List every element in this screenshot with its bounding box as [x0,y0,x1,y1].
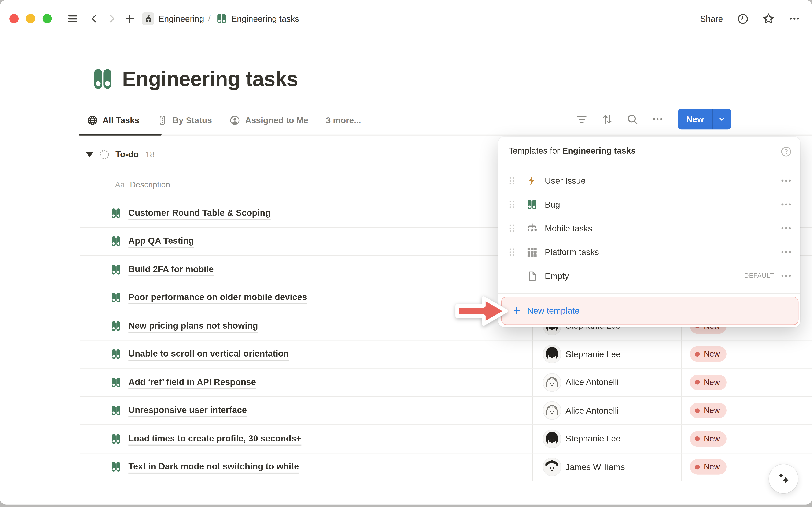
page-title[interactable]: Engineering tasks [122,67,298,91]
tab-assigned-to-me[interactable]: Assigned to Me [230,115,308,125]
sparkles-icon [776,471,791,487]
zoom-window-button[interactable] [43,14,52,23]
view-options-icon[interactable] [648,110,667,128]
avatar [543,402,561,419]
sort-icon[interactable] [598,110,616,128]
template-item-user-issue[interactable]: User Issue [498,169,800,192]
forward-icon[interactable] [106,12,118,25]
drag-handle-icon[interactable] [509,247,517,257]
person-cell[interactable]: James Williams [533,453,682,481]
template-options-icon[interactable] [781,203,791,206]
status-badge[interactable]: New [690,459,726,475]
binoculars-icon [110,461,122,473]
drag-handle-icon[interactable] [509,175,517,186]
breadcrumb-page[interactable]: Engineering tasks [231,14,299,24]
new-dropdown-button[interactable] [713,109,731,129]
task-title[interactable]: Text in Dark mode not switching to white [128,462,299,472]
table-row[interactable]: Add ‘ref’ field in API Response Alice An… [80,369,812,397]
task-title[interactable]: Load times to create profile, 30 seconds… [128,434,301,444]
person-cell[interactable]: Alice Antonelli [533,369,682,396]
search-icon[interactable] [623,110,642,128]
status-badge[interactable]: New [690,403,726,418]
share-button[interactable]: Share [700,14,723,24]
status-badge[interactable]: New [690,375,726,390]
binoculars-icon [110,320,122,332]
status-cell[interactable]: New [682,397,812,425]
tab-label: Assigned to Me [245,115,308,125]
templates-popup: Templates for Engineering tasks User Iss… [498,137,800,327]
help-icon[interactable] [780,146,792,158]
new-button[interactable]: New [678,109,712,129]
task-title[interactable]: App QA Testing [128,236,194,246]
template-label: Platform tasks [545,247,781,257]
tab-all-tasks[interactable]: All Tasks [87,115,139,125]
status-dot-icon [695,436,700,441]
tab-by-status[interactable]: By Status [157,115,212,125]
history-clock-icon[interactable] [736,12,749,25]
minimize-window-button[interactable] [26,14,35,23]
task-title[interactable]: Customer Round Table & Scoping [128,208,270,218]
new-page-icon[interactable] [123,12,136,25]
workspace-building-icon[interactable] [142,12,154,25]
group-name[interactable]: To-do [115,150,139,160]
task-title[interactable]: Add ‘ref’ field in API Response [128,377,256,388]
person-cell[interactable]: Alice Antonelli [533,397,682,425]
annotation-arrow-icon [455,294,508,328]
table-row[interactable]: Unable to scroll on vertical orientation… [80,340,812,369]
sidebar-toggle-icon[interactable] [66,12,79,25]
status-badge[interactable]: New [690,346,726,362]
group-header-todo: To-do 18 [86,149,155,160]
binoculars-icon [110,236,122,247]
ai-sparkle-button[interactable] [769,464,798,493]
favorite-star-icon[interactable] [762,12,775,25]
binoculars-icon [216,13,227,24]
task-title[interactable]: Unable to scroll on vertical orientation [128,349,289,359]
table-row[interactable]: Text in Dark mode not switching to white… [80,453,812,481]
person-cell[interactable]: Stephanie Lee [533,340,682,368]
table-row[interactable]: Unresponsive user interface Alice Antone… [80,397,812,425]
task-title[interactable]: Poor performance on older mobile devices [128,292,307,303]
person-cell[interactable]: Stephanie Lee [533,425,682,453]
status-badge[interactable]: New [690,431,726,446]
new-template-button[interactable]: + New template [501,296,799,325]
popup-divider [498,293,800,294]
filter-icon[interactable] [572,110,591,128]
template-options-icon[interactable] [781,275,791,277]
status-cell[interactable]: New [682,340,812,368]
status-label: New [704,406,720,415]
binoculars-icon [526,199,538,210]
task-title[interactable]: Unresponsive user interface [128,405,247,416]
collapse-triangle-icon[interactable] [86,152,93,157]
back-icon[interactable] [88,12,100,25]
template-item-platform-tasks[interactable]: Platform tasks [498,240,800,264]
binoculars-icon [110,405,122,416]
binoculars-icon[interactable] [91,67,114,91]
close-window-button[interactable] [9,14,18,23]
status-dot-icon [695,408,700,413]
template-options-icon[interactable] [781,251,791,253]
more-options-icon[interactable] [788,12,801,25]
template-options-icon[interactable] [781,180,791,182]
status-cell[interactable]: New [682,369,812,396]
status-cell[interactable]: New [682,425,812,453]
column-name: Description [130,180,170,189]
table-row[interactable]: Load times to create profile, 30 seconds… [80,425,812,453]
task-title[interactable]: New pricing plans not showing [128,321,258,331]
task-title[interactable]: Build 2FA for mobile [128,264,214,275]
avatar [543,345,561,363]
plus-icon: + [513,304,521,317]
drag-handle-icon[interactable] [509,223,517,233]
binoculars-icon [110,433,122,444]
breadcrumb-workspace[interactable]: Engineering [158,14,204,24]
column-header-description[interactable]: Aa Description [115,180,170,189]
tab-more-views[interactable]: 3 more... [326,115,361,125]
drag-handle-icon[interactable] [509,199,517,210]
template-item-mobile-tasks[interactable]: Mobile tasks [498,216,800,240]
template-options-icon[interactable] [781,227,791,229]
template-label: Bug [545,200,781,210]
person-circle-icon [230,115,240,125]
template-item-bug[interactable]: Bug [498,192,800,216]
person-name: Stephanie Lee [565,434,620,444]
traffic-lights [9,14,52,23]
template-item-empty[interactable]: Empty DEFAULT [498,264,800,288]
